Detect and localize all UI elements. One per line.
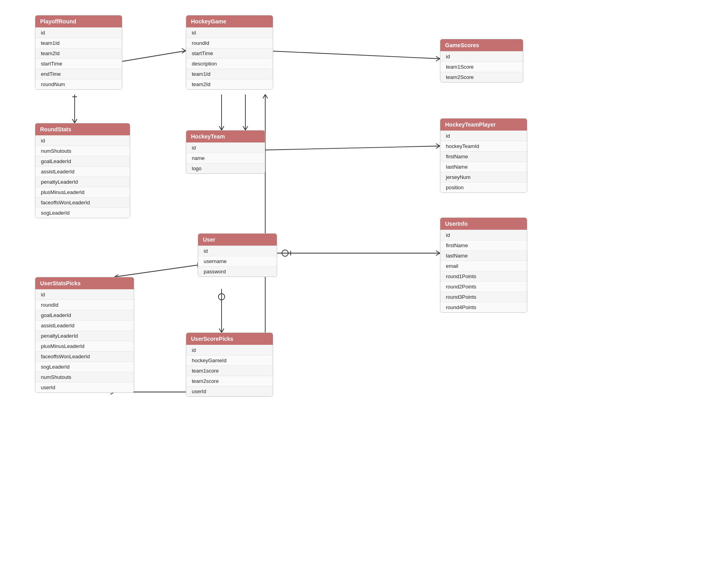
svg-line-10 (75, 119, 77, 123)
entity-HockeyTeam: HockeyTeam id name logo (186, 130, 265, 174)
field-UserStatsPicks-numShutouts: numShutouts (35, 372, 134, 382)
field-HockeyGame-startTime: startTime (186, 48, 273, 58)
entity-header-UserScorePicks: UserScorePicks (186, 333, 273, 345)
field-UserInfo-lastName: lastName (440, 250, 527, 261)
svg-line-16 (243, 126, 245, 130)
field-UserStatsPicks-penaltyLeaderId: penaltyLeaderId (35, 331, 134, 341)
field-PlayoffRound-id: id (35, 27, 122, 38)
svg-line-6 (436, 59, 440, 61)
svg-line-4 (265, 51, 440, 59)
field-RoundStats-penaltyLeaderId: penaltyLeaderId (35, 177, 130, 187)
field-UserStatsPicks-userId: userId (35, 382, 134, 392)
entity-PlayoffRound: PlayoffRound id team1Id team2Id startTim… (35, 15, 122, 90)
field-HockeyGame-roundId: roundId (186, 38, 273, 48)
entity-UserScorePicks: UserScorePicks id hockeyGameId team1scor… (186, 332, 273, 397)
entity-User: User id username password (198, 233, 277, 277)
field-RoundStats-sogLeaderId: sogLeaderId (35, 208, 130, 218)
field-PlayoffRound-endTime: endTime (35, 69, 122, 79)
field-RoundStats-numShutouts: numShutouts (35, 146, 130, 156)
field-PlayoffRound-team1Id: team1Id (35, 38, 122, 48)
svg-line-14 (222, 126, 224, 130)
field-GameScores-team2Score: team2Score (440, 72, 523, 82)
entity-header-HockeyTeamPlayer: HockeyTeamPlayer (440, 119, 527, 131)
diagram-container: PlayoffRound id team1Id team2Id startTim… (0, 0, 702, 588)
field-UserInfo-email: email (440, 261, 527, 271)
field-UserScorePicks-team2score: team2score (186, 376, 273, 386)
svg-line-2 (182, 51, 186, 53)
svg-line-0 (114, 51, 186, 63)
svg-line-1 (182, 48, 186, 51)
field-PlayoffRound-roundNum: roundNum (35, 79, 122, 89)
entity-UserStatsPicks: UserStatsPicks id roundId goalLeaderId a… (35, 277, 134, 393)
svg-line-13 (219, 126, 222, 130)
field-HockeyTeamPlayer-hockeyTeamId: hockeyTeamId (440, 141, 527, 151)
field-HockeyGame-id: id (186, 27, 273, 38)
field-UserStatsPicks-faceoffsWonLeaderId: faceoffsWonLeaderId (35, 351, 134, 361)
entity-header-HockeyTeam: HockeyTeam (186, 131, 265, 142)
field-HockeyTeamPlayer-lastName: lastName (440, 161, 527, 172)
field-HockeyGame-description: description (186, 58, 273, 69)
svg-line-37 (265, 94, 268, 98)
entity-header-GameScores: GameScores (440, 39, 523, 51)
field-HockeyTeam-logo: logo (186, 163, 265, 173)
entity-header-HockeyGame: HockeyGame (186, 15, 273, 27)
svg-point-34 (218, 294, 225, 300)
field-UserStatsPicks-roundId: roundId (35, 300, 134, 310)
svg-line-24 (436, 253, 440, 256)
field-RoundStats-faceoffsWonLeaderId: faceoffsWonLeaderId (35, 197, 130, 208)
field-UserScorePicks-team1score: team1score (186, 365, 273, 376)
field-UserScorePicks-userId: userId (186, 386, 273, 396)
field-UserStatsPicks-id: id (35, 289, 134, 300)
field-RoundStats-goalLeaderId: goalLeaderId (35, 156, 130, 166)
field-UserStatsPicks-goalLeaderId: goalLeaderId (35, 310, 134, 320)
field-UserStatsPicks-sogLeaderId: sogLeaderId (35, 361, 134, 372)
svg-line-23 (436, 251, 440, 253)
field-HockeyTeamPlayer-jerseyNum: jerseyNum (440, 172, 527, 182)
field-HockeyGame-team2Id: team2Id (186, 79, 273, 89)
field-RoundStats-assistLeaderId: assistLeaderId (35, 166, 130, 177)
entity-header-User: User (198, 234, 277, 246)
field-User-password: password (198, 266, 277, 277)
field-PlayoffRound-team2Id: team2Id (35, 48, 122, 58)
field-UserScorePicks-hockeyGameId: hockeyGameId (186, 355, 273, 365)
field-UserStatsPicks-plusMinusLeaderId: plusMinusLeaderId (35, 341, 134, 351)
field-User-username: username (198, 256, 277, 266)
field-UserInfo-round3Points: round3Points (440, 292, 527, 302)
field-GameScores-id: id (440, 51, 523, 61)
svg-line-17 (245, 126, 248, 130)
svg-line-5 (436, 56, 440, 59)
svg-line-36 (263, 94, 265, 98)
field-UserStatsPicks-assistLeaderId: assistLeaderId (35, 320, 134, 331)
field-HockeyGame-team1Id: team1Id (186, 69, 273, 79)
entity-header-PlayoffRound: PlayoffRound (35, 15, 122, 27)
field-UserScorePicks-id: id (186, 345, 273, 355)
field-HockeyTeam-name: name (186, 153, 265, 163)
entity-header-RoundStats: RoundStats (35, 123, 130, 135)
field-HockeyTeam-id: id (186, 142, 265, 153)
entity-GameScores: GameScores id team1Score team2Score (440, 39, 523, 83)
entity-header-UserStatsPicks: UserStatsPicks (35, 277, 134, 289)
field-UserInfo-id: id (440, 230, 527, 240)
field-HockeyTeamPlayer-position: position (440, 182, 527, 192)
field-UserInfo-firstName: firstName (440, 240, 527, 250)
svg-line-18 (265, 146, 440, 150)
field-RoundStats-id: id (35, 135, 130, 146)
svg-point-25 (282, 250, 288, 256)
svg-line-32 (219, 329, 222, 332)
field-GameScores-team1Score: team1Score (440, 61, 523, 72)
entity-RoundStats: RoundStats id numShutouts goalLeaderId a… (35, 123, 130, 218)
field-UserInfo-round4Points: round4Points (440, 302, 527, 312)
entity-header-UserInfo: UserInfo (440, 218, 527, 230)
svg-line-19 (436, 144, 440, 146)
field-UserInfo-round2Points: round2Points (440, 281, 527, 292)
field-HockeyTeamPlayer-firstName: firstName (440, 151, 527, 161)
svg-line-27 (114, 265, 198, 277)
field-UserInfo-round1Points: round1Points (440, 271, 527, 281)
svg-line-9 (72, 119, 75, 123)
field-User-id: id (198, 246, 277, 256)
field-PlayoffRound-startTime: startTime (35, 58, 122, 69)
field-RoundStats-plusMinusLeaderId: plusMinusLeaderId (35, 187, 130, 197)
entity-UserInfo: UserInfo id firstName lastName email rou… (440, 217, 527, 313)
field-HockeyTeamPlayer-id: id (440, 131, 527, 141)
svg-line-33 (222, 329, 224, 332)
